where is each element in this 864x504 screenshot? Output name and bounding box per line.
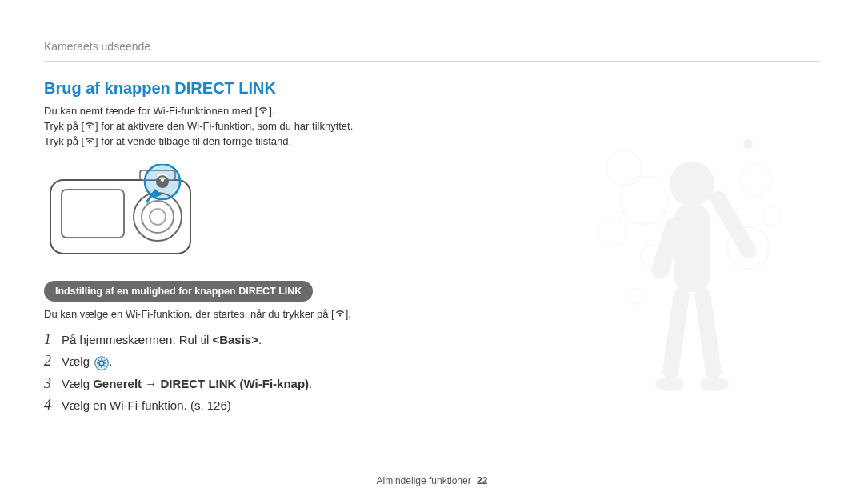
svg-rect-24 [694,287,722,381]
footer-section: Almindelige funktioner [377,475,471,486]
svg-rect-10 [101,358,102,360]
breadcrumb: Kameraets udseende [44,40,820,53]
intro-line2-pre: Tryk på [ [44,120,84,132]
intro-line1-post: ]. [269,105,274,117]
svg-point-22 [743,139,753,149]
svg-point-26 [700,377,729,391]
svg-rect-12 [97,362,98,364]
wifi-icon [258,104,269,119]
intro-line3-post: ] for at vende tilbage til den forrige t… [95,135,291,147]
step-number: 3 [44,375,62,392]
svg-point-25 [655,377,684,391]
page-footer: Almindelige funktioner 22 [0,475,864,486]
wifi-icon [84,119,95,134]
wifi-icon [334,308,346,320]
step-number: 2 [44,353,62,370]
intro-line3-pre: Tryk på [ [44,135,84,147]
svg-rect-23 [662,287,690,381]
gear-icon [94,354,109,370]
section-title: Brug af knappen DIRECT LINK [44,79,820,98]
subheading-pill: Indstilling af en mulighed for knappen D… [44,281,313,302]
svg-point-29 [598,218,626,246]
wifi-icon [84,134,95,150]
svg-point-31 [740,164,772,196]
svg-rect-21 [707,188,759,262]
divider [44,61,820,62]
subtext-pre: Du kan vælge en Wi-Fi-funktion, der star… [44,308,334,320]
svg-point-18 [670,162,714,206]
svg-rect-19 [674,204,710,292]
footer-page: 22 [477,475,487,486]
svg-point-28 [620,176,668,224]
svg-rect-13 [105,362,106,364]
subtext-post: ]. [346,308,351,320]
step-number: 4 [44,397,62,414]
svg-point-32 [762,206,782,226]
svg-rect-11 [101,366,102,367]
svg-point-34 [628,288,644,304]
intro-line1-pre: Du kan nemt tænde for Wi-Fi-funktionen m… [44,105,258,117]
background-figure [588,136,796,427]
step-number: 1 [44,331,62,348]
intro-line2-post: ] for at aktivere den Wi-Fi-funktion, so… [95,120,353,132]
svg-point-27 [606,150,642,186]
